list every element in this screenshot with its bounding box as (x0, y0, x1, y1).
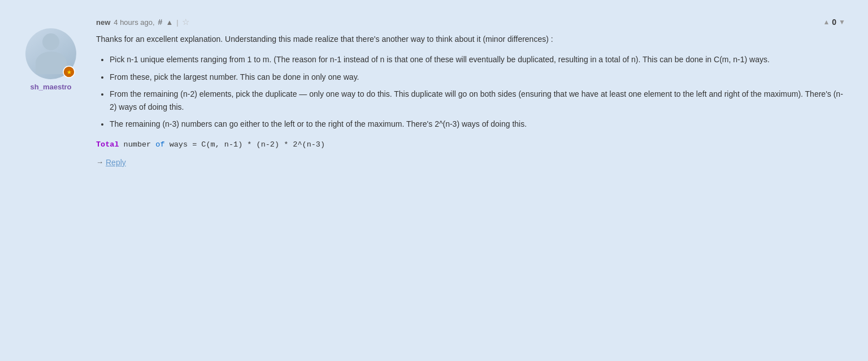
username[interactable]: sh_maestro (31, 83, 72, 91)
code-text: number of ways = C(m, n-1) * (n-2) * 2^(… (119, 140, 326, 149)
badge-icon: ★ (63, 66, 75, 78)
code-keyword-total: Total (96, 140, 119, 149)
meta-separator: | (176, 18, 178, 27)
vote-count: 0 (832, 18, 836, 27)
avatar-body (36, 51, 67, 74)
meta-up-arrow[interactable]: ▲ (166, 18, 173, 27)
meta-row: new 4 hours ago, # ▲ | ☆ ▲ 0 ▼ (96, 17, 845, 27)
vote-down-icon[interactable]: ▼ (839, 18, 845, 26)
meta-new-label: new (96, 18, 110, 27)
avatar-person (36, 33, 67, 74)
star-icon[interactable]: ☆ (182, 17, 189, 27)
list-item: The remaining (n-3) numbers can go eithe… (110, 118, 845, 130)
meta-time: 4 hours ago, (114, 18, 154, 27)
reply-row: → Reply (96, 158, 845, 167)
bullet-list: Pick n-1 unique elements ranging from 1 … (96, 53, 845, 130)
right-panel: new 4 hours ago, # ▲ | ☆ ▲ 0 ▼ Thanks fo… (90, 11, 857, 173)
comment-intro: Thanks for an excellent explanation. Und… (96, 33, 845, 45)
reply-link[interactable]: Reply (106, 158, 126, 167)
avatar-head (42, 33, 59, 50)
vote-up-icon[interactable]: ▲ (823, 18, 830, 26)
vote-section: ▲ 0 ▼ (823, 18, 845, 27)
avatar-wrapper: ★ (25, 28, 76, 79)
meta-hash-link[interactable]: # (158, 18, 163, 27)
code-block: Total number of ways = C(m, n-1) * (n-2)… (96, 139, 845, 151)
svg-text:★: ★ (67, 69, 72, 75)
comment-container: ★ sh_maestro new 4 hours ago, # ▲ | ☆ ▲ … (0, 0, 868, 361)
list-item: From these, pick the largest number. Thi… (110, 71, 845, 83)
list-item: Pick n-1 unique elements ranging from 1 … (110, 53, 845, 66)
left-panel: ★ sh_maestro (11, 11, 90, 91)
reply-arrow-icon: → (96, 158, 103, 166)
list-item: From the remaining (n-2) elements, pick … (110, 88, 845, 113)
